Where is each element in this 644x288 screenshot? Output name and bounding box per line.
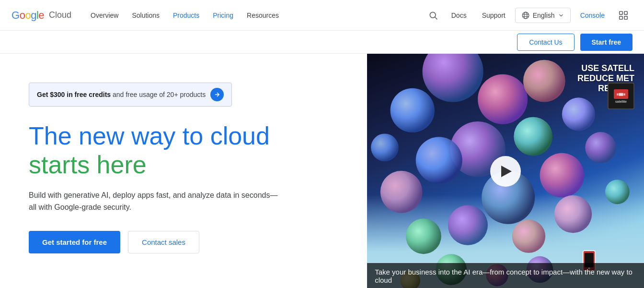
hero-subtext: Build with generative AI, deploy apps fa…: [29, 189, 278, 214]
nav-right-area: Docs Support English Console: [425, 6, 632, 24]
contact-us-button[interactable]: Contact Us: [517, 34, 574, 51]
video-container: USE SATELL REDUCE MET REDUCE: [367, 54, 644, 288]
docs-link[interactable]: Docs: [446, 8, 472, 23]
arrow-right-icon: [214, 91, 220, 98]
hero-video-area: USE SATELL REDUCE MET REDUCE: [367, 54, 644, 288]
hero-left-content: Get $300 in free credits and free usage …: [29, 54, 367, 253]
logo[interactable]: Google Cloud: [12, 9, 71, 22]
support-link[interactable]: Support: [476, 8, 511, 23]
search-button[interactable]: [425, 7, 442, 24]
video-background: USE SATELL REDUCE MET REDUCE: [367, 54, 644, 288]
satellite-icon: [617, 91, 625, 97]
svg-point-21: [448, 205, 488, 245]
video-play-button[interactable]: [490, 156, 521, 187]
hero-cta-area: Get started for free Contact sales: [29, 231, 348, 253]
thumbnail-card: satellite: [608, 83, 634, 109]
svg-point-24: [585, 132, 616, 163]
globe-icon: [521, 11, 530, 20]
profile-icon-button[interactable]: [614, 6, 632, 24]
svg-rect-37: [617, 93, 619, 96]
search-icon: [428, 11, 438, 20]
svg-rect-7: [624, 11, 627, 14]
svg-rect-38: [623, 93, 625, 96]
secondary-nav: Contact Us Start free: [0, 31, 644, 54]
svg-rect-8: [620, 16, 622, 19]
svg-point-25: [371, 133, 399, 161]
promo-arrow-icon: [210, 88, 224, 101]
chevron-down-icon: [558, 12, 564, 19]
primary-nav: Google Cloud Overview Solutions Products…: [0, 0, 644, 31]
language-label: English: [533, 12, 555, 19]
cloud-label: Cloud: [49, 10, 71, 20]
nav-overview[interactable]: Overview: [85, 8, 124, 23]
nav-pricing[interactable]: Pricing: [207, 8, 239, 23]
nav-solutions[interactable]: Solutions: [126, 8, 165, 23]
svg-point-2: [522, 12, 529, 19]
hero-heading: The new way to cloud starts here: [29, 122, 348, 180]
promo-text: Get $300 in free credits and free usage …: [37, 91, 206, 98]
nav-links: Overview Solutions Products Pricing Reso…: [85, 8, 425, 23]
svg-point-26: [512, 220, 545, 253]
svg-rect-9: [624, 16, 627, 19]
start-free-button[interactable]: Start free: [580, 34, 632, 51]
language-selector[interactable]: English: [515, 8, 571, 23]
video-overlay-line-2: REDUCE MET: [577, 73, 634, 84]
svg-line-1: [435, 17, 437, 19]
nav-products[interactable]: Products: [167, 8, 205, 23]
svg-point-13: [391, 88, 435, 132]
hero-section: Get $300 in free credits and free usage …: [0, 54, 644, 288]
svg-point-12: [478, 74, 528, 124]
svg-point-3: [524, 12, 527, 19]
promo-bold-text: Get $300 in free credits: [37, 91, 111, 98]
video-overlay-line-1: USE SATELL: [577, 63, 634, 73]
promo-banner[interactable]: Get $300 in free credits and free usage …: [29, 83, 232, 107]
svg-point-27: [605, 180, 630, 204]
svg-rect-36: [619, 93, 623, 96]
svg-point-23: [406, 218, 441, 254]
video-caption: Take your business into the AI era—from …: [367, 263, 644, 288]
profile-icon: [618, 10, 629, 21]
svg-point-28: [554, 195, 592, 233]
svg-point-0: [430, 12, 436, 18]
svg-rect-6: [620, 11, 622, 14]
svg-point-18: [562, 97, 595, 131]
svg-point-19: [380, 171, 423, 213]
svg-point-16: [416, 137, 462, 183]
svg-point-17: [514, 117, 552, 156]
nav-resources[interactable]: Resources: [241, 8, 285, 23]
hero-heading-line1: The new way to cloud: [29, 122, 348, 151]
hero-heading-line2: starts here: [29, 151, 348, 180]
promo-rest-text: and free usage of 20+ products: [113, 91, 206, 98]
svg-point-14: [523, 60, 565, 102]
console-link[interactable]: Console: [575, 8, 610, 23]
get-started-button[interactable]: Get started for free: [29, 231, 120, 253]
thumb-label: satellite: [615, 100, 627, 103]
contact-sales-button[interactable]: Contact sales: [128, 231, 199, 253]
google-wordmark: Google: [12, 9, 44, 22]
svg-point-22: [540, 153, 584, 197]
svg-point-11: [423, 54, 483, 102]
